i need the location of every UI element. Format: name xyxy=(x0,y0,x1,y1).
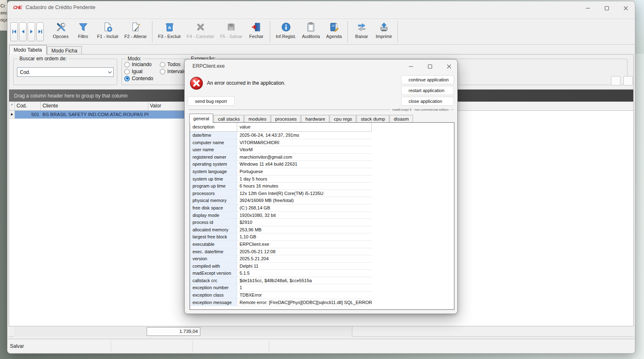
toolbar-salvar-button: F5 - Salvar xyxy=(217,20,245,43)
toolbar-imprimir-button[interactable]: Imprimir xyxy=(373,20,395,43)
column-header-cod[interactable]: Cod. xyxy=(15,102,41,110)
info-row[interactable]: system languagePortuguese xyxy=(190,168,454,176)
info-row[interactable]: program up time6 hours 16 minutes xyxy=(190,183,454,190)
close-icon[interactable] xyxy=(622,5,630,12)
info-row[interactable]: executableERPClient.exe xyxy=(190,241,454,248)
radio-icon[interactable] xyxy=(124,62,130,67)
info-description: version xyxy=(190,255,237,263)
info-row[interactable]: callstack crc$de1b15cc, $48b248a6, $cce5… xyxy=(190,277,454,285)
title-bar[interactable]: CHE Cadastro de Crédito Pendente xyxy=(7,1,635,19)
dialog-tab-disasm[interactable]: disasm xyxy=(390,115,413,123)
status-text: Salvar xyxy=(10,343,24,349)
radio-option-iniciando[interactable]: Iniciando xyxy=(124,62,153,67)
toolbar-inf-regist-button[interactable]: Inf.Regist. xyxy=(273,20,299,43)
dialog-tab-modules[interactable]: modules xyxy=(244,115,270,123)
print-preview-button[interactable] xyxy=(611,76,620,86)
row-indicator-icon xyxy=(9,111,15,119)
nav-first-button[interactable] xyxy=(10,22,18,41)
toolbar-label: Fechar xyxy=(249,34,263,39)
info-row[interactable]: free disk space(C:) 268,14 GB xyxy=(190,204,454,212)
radio-icon[interactable] xyxy=(124,76,130,81)
toolbar-baixar-button[interactable]: Baixar xyxy=(350,20,373,43)
radio-option-intervalo[interactable]: Intervalo xyxy=(160,69,186,74)
dialog-tab-processes[interactable]: processes xyxy=(271,115,301,123)
info-row[interactable]: operating systemWindows 11 x64 build 226… xyxy=(190,161,454,168)
info-row[interactable]: allocated memory253,96 MB xyxy=(190,226,454,234)
info-row[interactable]: display mode1920x1080, 32 bit xyxy=(190,212,454,219)
header-description: description xyxy=(190,123,237,132)
dialog-tab-stack-dump[interactable]: stack dump xyxy=(356,115,389,123)
radio-icon[interactable] xyxy=(160,62,165,67)
info-row[interactable]: largest free block1,10 GB xyxy=(190,233,454,241)
info-description: exception number xyxy=(190,284,237,292)
info-description: largest free block xyxy=(190,233,237,241)
info-value: 1,10 GB xyxy=(237,233,372,241)
nav-last-button[interactable] xyxy=(36,22,44,41)
info-description: user name xyxy=(190,146,237,154)
toolbar-fechar-button[interactable]: Fechar xyxy=(245,20,267,43)
info-row[interactable]: system up time1 day 5 hours xyxy=(190,176,454,183)
toolbar-label: F1 - Incluir xyxy=(97,34,119,39)
toolbar-separator xyxy=(347,21,348,43)
toolbar-separator xyxy=(397,21,398,43)
dialog-tab-general[interactable]: general xyxy=(189,114,213,123)
radio-icon[interactable] xyxy=(160,69,165,74)
info-row[interactable]: compiled withDelphi 11 xyxy=(190,263,454,270)
info-row[interactable]: exec. date/time2025-05-21 12:08 xyxy=(190,248,454,256)
info-row[interactable]: physical memory3924/16069 MB (free/total… xyxy=(190,197,454,204)
tab-modo-tabela[interactable]: Modo Tabela xyxy=(9,45,47,55)
dialog-tab-hardware[interactable]: hardware xyxy=(301,115,329,123)
info-row[interactable]: registered ownermarchiorivitor@gmail.com xyxy=(190,154,454,161)
radio-icon[interactable] xyxy=(124,69,130,74)
search-order-combobox[interactable]: Cod. xyxy=(17,67,114,77)
info-row[interactable]: version2025.5.21.204 xyxy=(190,255,454,263)
nav-prev-button[interactable] xyxy=(19,22,26,41)
info-row[interactable]: exception number1 xyxy=(190,284,454,292)
search-order-group: Buscar em ordem de: Cod. xyxy=(13,59,117,85)
toolbar-auditoria-button[interactable]: Auditoria xyxy=(299,20,323,43)
send-bug-report-button[interactable]: send bug report xyxy=(188,96,235,106)
maximize-icon[interactable] xyxy=(603,5,611,12)
toolbar-opcoes-button[interactable]: Opcoes xyxy=(50,20,72,43)
radio-option-todos[interactable]: Todos xyxy=(160,62,186,67)
info-row[interactable]: user nameVitorM xyxy=(190,146,454,154)
info-row[interactable]: madExcept version5.1.5 xyxy=(190,270,454,277)
toolbar-agenda-button[interactable]: Agenda xyxy=(323,20,345,43)
export-button[interactable] xyxy=(623,76,633,86)
dialog-close-icon[interactable] xyxy=(445,63,453,70)
radio-option-igual[interactable]: Igual xyxy=(124,69,153,74)
indicator-column-header[interactable]: * xyxy=(9,102,15,110)
dialog-minimize-icon[interactable] xyxy=(407,63,415,70)
cell-cod[interactable]: 501 xyxy=(15,111,41,119)
column-header-cliente[interactable]: Cliente xyxy=(41,102,148,110)
info-row[interactable]: computer nameVITORMARCHIORI xyxy=(190,139,454,147)
info-value: 1920x1080, 32 bit xyxy=(237,212,372,219)
toolbar-alterar-button[interactable]: F2 - Alterar xyxy=(121,20,150,43)
dialog-tab-cpu-regs[interactable]: cpu regs xyxy=(330,115,356,123)
tab-modo-ficha[interactable]: Modo Ficha xyxy=(47,46,82,55)
chevron-down-icon[interactable] xyxy=(107,71,113,74)
radio-label: Iniciando xyxy=(132,62,152,67)
radio-option-contendo[interactable]: Contendo xyxy=(124,76,153,81)
dialog-maximize-icon[interactable] xyxy=(426,63,434,70)
minimize-icon[interactable] xyxy=(584,5,592,12)
dialog-tab-call-stacks[interactable]: call stacks xyxy=(214,115,244,123)
restart-application-button[interactable]: restart application xyxy=(401,86,454,95)
mode-label: Modo: xyxy=(126,56,143,62)
cell-cliente[interactable]: BS BRASIL SAFETY IND.COM.ATAC.ROUPAS PRO… xyxy=(41,111,148,119)
nav-next-button[interactable] xyxy=(28,22,35,41)
info-row[interactable]: date/time2025-06-24, 14:43:37, 291ms xyxy=(190,132,454,139)
info-row[interactable]: process id$2910 xyxy=(190,219,454,226)
continue-application-button[interactable]: continue application xyxy=(401,75,454,84)
info-value: TDBXError xyxy=(237,292,372,299)
toolbar-separator xyxy=(270,21,270,43)
info-row[interactable]: processors12x 12th Gen Intel(R) Core(TM)… xyxy=(190,190,454,197)
info-row[interactable]: exception messageRemote error: [FireDAC]… xyxy=(190,299,454,307)
toolbar-filtro-button[interactable]: Filtro xyxy=(72,20,94,43)
info-row[interactable]: exception classTDBXError xyxy=(190,292,454,299)
close-application-button[interactable]: close application xyxy=(401,97,454,106)
info-value: ERPClient.exe xyxy=(237,241,372,248)
toolbar-incluir-button[interactable]: F1 - Incluir xyxy=(94,20,121,43)
toolbar-excluir-button[interactable]: F3 - Excluir xyxy=(155,20,184,43)
nav-last-icon xyxy=(38,28,43,36)
